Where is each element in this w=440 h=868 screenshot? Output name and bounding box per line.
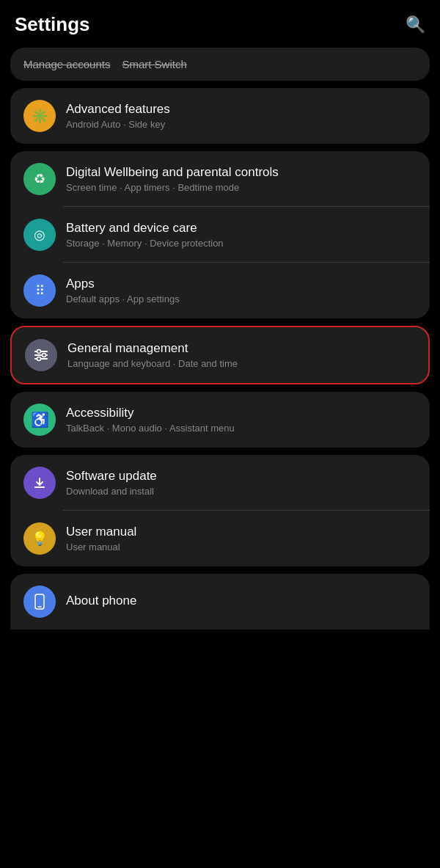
settings-item-software-update[interactable]: Software update Download and install	[10, 455, 430, 511]
battery-device-care-text: Battery and device care Storage · Memory…	[66, 221, 417, 249]
digital-wellbeing-icon: ♻	[23, 163, 56, 195]
about-phone-title: About phone	[66, 594, 417, 608]
apps-icon: ⠿	[23, 274, 56, 307]
settings-item-battery-device-care[interactable]: ◎ Battery and device care Storage · Memo…	[10, 207, 430, 263]
settings-group-accessibility: ♿ Accessibility TalkBack · Mono audio · …	[10, 392, 430, 448]
page-title: Settings	[15, 13, 90, 36]
settings-group-2: ♻ Digital Wellbeing and parental control…	[10, 151, 430, 318]
search-icon[interactable]: 🔍	[406, 15, 425, 34]
accessibility-title: Accessibility	[66, 406, 417, 420]
battery-device-care-subtitle: Storage · Memory · Device protection	[66, 238, 417, 249]
user-manual-icon: 💡	[23, 522, 56, 555]
general-management-text: General management Language and keyboard…	[67, 341, 415, 369]
svg-point-3	[37, 350, 41, 354]
general-management-title: General management	[67, 341, 415, 356]
software-update-title: Software update	[66, 469, 417, 484]
apps-title: Apps	[66, 277, 417, 291]
svg-point-5	[37, 357, 41, 361]
advanced-features-subtitle: Android Auto · Side key	[66, 119, 417, 130]
accessibility-icon: ♿	[23, 404, 56, 436]
advanced-features-text: Advanced features Android Auto · Side ke…	[66, 102, 417, 130]
battery-device-care-title: Battery and device care	[66, 221, 417, 236]
accessibility-subtitle: TalkBack · Mono audio · Assistant menu	[66, 423, 417, 434]
about-phone-icon	[23, 586, 56, 618]
software-update-text: Software update Download and install	[66, 469, 417, 497]
user-manual-title: User manual	[66, 525, 417, 539]
about-phone-text: About phone	[66, 594, 417, 610]
digital-wellbeing-title: Digital Wellbeing and parental controls	[66, 165, 417, 180]
advanced-features-title: Advanced features	[66, 102, 417, 117]
settings-item-accessibility[interactable]: ♿ Accessibility TalkBack · Mono audio · …	[10, 392, 430, 448]
advanced-features-icon: ✳️	[23, 100, 56, 132]
user-manual-subtitle: User manual	[66, 541, 417, 552]
accessibility-text: Accessibility TalkBack · Mono audio · As…	[66, 406, 417, 434]
settings-item-about-phone[interactable]: About phone	[10, 574, 430, 630]
general-management-subtitle: Language and keyboard · Date and time	[67, 358, 415, 369]
general-management-icon	[25, 339, 57, 371]
settings-item-apps[interactable]: ⠿ Apps Default apps · App settings	[10, 263, 430, 318]
software-update-icon	[23, 467, 56, 499]
settings-item-user-manual[interactable]: 💡 User manual User manual	[10, 511, 430, 566]
top-bar-manage-accounts: Manage accounts	[23, 58, 110, 70]
settings-item-general-management[interactable]: General management Language and keyboard…	[12, 327, 428, 383]
settings-item-advanced-features[interactable]: ✳️ Advanced features Android Auto · Side…	[10, 88, 430, 144]
apps-text: Apps Default apps · App settings	[66, 277, 417, 304]
top-bar-smart-switch: Smart Switch	[122, 58, 186, 70]
settings-group-5: Software update Download and install 💡 U…	[10, 455, 430, 566]
settings-group-general-management: General management Language and keyboard…	[10, 326, 430, 384]
digital-wellbeing-text: Digital Wellbeing and parental controls …	[66, 165, 417, 193]
settings-item-digital-wellbeing[interactable]: ♻ Digital Wellbeing and parental control…	[10, 151, 430, 207]
settings-group-advanced: ✳️ Advanced features Android Auto · Side…	[10, 88, 430, 144]
battery-device-care-icon: ◎	[23, 219, 56, 251]
software-update-subtitle: Download and install	[66, 486, 417, 497]
apps-subtitle: Default apps · App settings	[66, 293, 417, 304]
digital-wellbeing-subtitle: Screen time · App timers · Bedtime mode	[66, 182, 417, 193]
header: Settings 🔍	[0, 0, 440, 43]
user-manual-text: User manual User manual	[66, 525, 417, 552]
svg-point-4	[43, 354, 46, 357]
top-bar[interactable]: Manage accounts Smart Switch	[10, 48, 430, 81]
